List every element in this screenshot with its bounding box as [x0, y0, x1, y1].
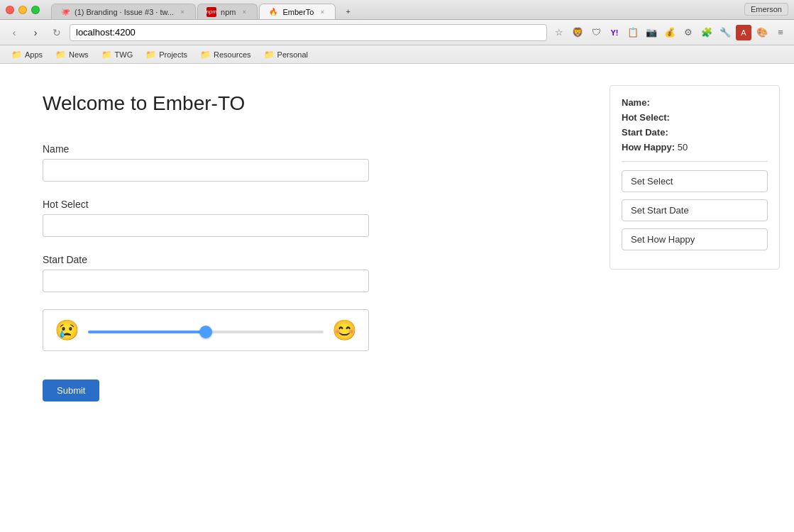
refresh-button[interactable]: ↻ — [48, 25, 65, 40]
set-how-happy-button[interactable]: Set How Happy — [622, 228, 768, 250]
page-content: Welcome to Ember-TO Name Hot Select Star… — [0, 64, 595, 532]
bookmark-star-icon[interactable]: ☆ — [551, 25, 567, 40]
hot-select-label: Hot Select — [43, 199, 369, 210]
happiness-group: 😢 😊 — [43, 309, 369, 351]
bookmark-personal-label: Personal — [277, 50, 308, 59]
back-button[interactable]: ‹ — [6, 25, 23, 40]
happiness-slider[interactable] — [88, 331, 324, 333]
name-label: Name — [43, 143, 369, 155]
sad-emoji: 😢 — [55, 318, 79, 342]
folder-icon: 📁 — [55, 50, 66, 60]
info-box: Name: Hot Select: Start Date: How Happy:… — [610, 85, 780, 270]
submit-button[interactable]: Submit — [43, 379, 99, 401]
bookmark-apps[interactable]: 📁 Apps — [6, 48, 48, 61]
folder-icon: 📁 — [145, 50, 156, 60]
close-button[interactable] — [6, 6, 14, 14]
titlebar: 🐙 (1) Branding · Issue #3 · tw... × npm … — [0, 0, 794, 20]
form: Name Hot Select Start Date 😢 — [43, 143, 369, 401]
slider-track — [88, 325, 324, 336]
toolbar: ‹ › ↻ localhost:4200 ☆ 🦁 🛡 Y! 📋 📷 💰 ⚙ 🧩 … — [0, 20, 794, 45]
info-divider — [622, 161, 768, 162]
bookmark-resources-label: Resources — [214, 50, 251, 59]
camera-icon[interactable]: 📷 — [644, 25, 659, 40]
tab-npm-close[interactable]: × — [240, 8, 248, 16]
maximize-button[interactable] — [31, 6, 40, 14]
start-date-group: Start Date — [43, 254, 369, 292]
bookmark-news[interactable]: 📁 News — [50, 48, 94, 61]
slider-container: 😢 😊 — [43, 309, 369, 351]
bookmark-news-label: News — [69, 50, 89, 59]
minimize-button[interactable] — [18, 6, 27, 14]
bookmark-resources[interactable]: 📁 Resources — [194, 48, 257, 61]
happy-emoji: 😊 — [332, 318, 357, 342]
brave-icon[interactable]: 🦁 — [570, 25, 585, 40]
tab-github[interactable]: 🐙 (1) Branding · Issue #3 · tw... × — [51, 4, 196, 19]
sidebar-panel: Name: Hot Select: Start Date: How Happy:… — [595, 64, 794, 532]
name-group: Name — [43, 143, 369, 182]
traffic-lights — [6, 6, 40, 14]
yahoo-icon[interactable]: Y! — [607, 25, 622, 40]
info-hot-select-label: Hot Select: — [622, 112, 670, 123]
name-input[interactable] — [43, 159, 369, 182]
start-date-input[interactable] — [43, 270, 369, 292]
hot-select-group: Hot Select — [43, 199, 369, 237]
folder-icon: 📁 — [101, 50, 112, 60]
bookmark-apps-label: Apps — [25, 50, 43, 59]
bookmark-projects[interactable]: 📁 Projects — [140, 48, 193, 61]
start-date-label: Start Date — [43, 254, 369, 265]
github-favicon: 🐙 — [60, 7, 70, 17]
tab-emberto-label: EmberTo — [282, 8, 314, 16]
info-start-date-label: Start Date: — [622, 127, 668, 138]
page: Welcome to Ember-TO Name Hot Select Star… — [0, 64, 794, 532]
forward-button[interactable]: › — [27, 25, 44, 40]
info-name-row: Name: — [622, 97, 768, 108]
set-start-date-button[interactable]: Set Start Date — [622, 199, 768, 221]
address-text: localhost:4200 — [76, 27, 136, 38]
folder-icon: 📁 — [11, 50, 22, 60]
shield-icon[interactable]: 🛡 — [588, 25, 604, 40]
info-how-happy-label: How Happy: — [622, 142, 675, 153]
folder-icon: 📁 — [264, 50, 275, 60]
info-how-happy-row: How Happy: 50 — [622, 142, 768, 153]
emberto-favicon: 🔥 — [268, 7, 278, 17]
info-hot-select-row: Hot Select: — [622, 112, 768, 123]
user-badge: Emerson — [744, 3, 788, 16]
tab-github-label: (1) Branding · Issue #3 · tw... — [75, 8, 174, 16]
tab-emberto[interactable]: 🔥 EmberTo × — [259, 4, 336, 19]
tab-emberto-close[interactable]: × — [318, 8, 326, 16]
menu-icon[interactable]: ≡ — [773, 25, 788, 40]
address-bar[interactable]: localhost:4200 — [70, 24, 547, 41]
npm-favicon: npm — [206, 7, 216, 17]
info-how-happy-value: 50 — [678, 142, 688, 153]
clipboard-icon[interactable]: 📋 — [625, 25, 641, 40]
info-start-date-row: Start Date: — [622, 127, 768, 138]
bookmark-twg-label: TWG — [115, 50, 133, 59]
extension1-icon[interactable]: 🧩 — [699, 25, 715, 40]
tab-bar: 🐙 (1) Branding · Issue #3 · tw... × npm … — [51, 0, 354, 19]
extension2-icon[interactable]: 🔧 — [717, 25, 733, 40]
bookmark-projects-label: Projects — [159, 50, 187, 59]
hot-select-input[interactable] — [43, 214, 369, 237]
settings-icon[interactable]: ⚙ — [680, 25, 696, 40]
set-select-button[interactable]: Set Select — [622, 170, 768, 192]
bookmarks-bar: 📁 Apps 📁 News 📁 TWG 📁 Projects 📁 Resourc… — [0, 45, 794, 64]
page-title: Welcome to Ember-TO — [43, 92, 553, 115]
info-name-label: Name: — [622, 97, 650, 108]
toolbar-icons: ☆ 🦁 🛡 Y! 📋 📷 💰 ⚙ 🧩 🔧 A 🎨 ≡ — [551, 25, 788, 40]
tab-npm-label: npm — [221, 8, 236, 16]
bookmark-twg[interactable]: 📁 TWG — [96, 48, 139, 61]
wallet-icon[interactable]: 💰 — [662, 25, 678, 40]
bookmark-personal[interactable]: 📁 Personal — [258, 48, 314, 61]
profile-icon[interactable]: A — [736, 25, 751, 40]
new-tab-button[interactable]: + — [337, 4, 354, 19]
tab-github-close[interactable]: × — [178, 8, 187, 16]
colorwheel-icon[interactable]: 🎨 — [754, 25, 770, 40]
folder-icon: 📁 — [200, 50, 211, 60]
tab-npm[interactable]: npm npm × — [197, 4, 258, 19]
